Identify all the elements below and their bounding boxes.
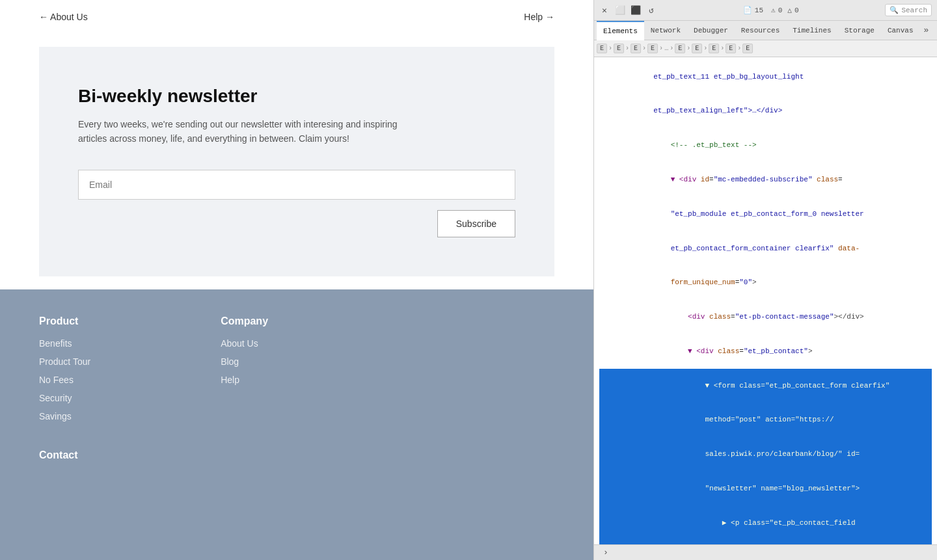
- element-breadcrumb: E › E › E › E › … › E › E › E › E: [594, 40, 937, 57]
- devtools-bottom-bar: ›: [594, 544, 937, 560]
- alert-count: 0: [778, 7, 783, 14]
- add-tab-button[interactable]: +: [932, 24, 937, 37]
- forward-link[interactable]: Help →: [524, 12, 554, 22]
- breadcrumb-item-7[interactable]: E ›: [709, 44, 724, 53]
- tile-button[interactable]: ⬜: [615, 5, 625, 16]
- html-line-7[interactable]: form_unique_num="0">: [599, 266, 932, 300]
- footer-link-benefits[interactable]: Benefits: [39, 338, 72, 349]
- site-footer: Product Benefits Product Tour No Fees Se…: [0, 289, 593, 560]
- page-icon: 📄: [743, 6, 752, 14]
- footer-link-help[interactable]: Help: [221, 375, 239, 385]
- search-label: Search: [901, 7, 927, 14]
- tab-resources[interactable]: Resources: [735, 21, 786, 40]
- tab-storage[interactable]: Storage: [838, 21, 881, 40]
- back-link[interactable]: ← About Us: [39, 12, 88, 22]
- html-line-12[interactable]: sales.piwik.pro/clearbank/blog/" id=: [599, 438, 932, 472]
- devtools-search-box[interactable]: 🔍 Search: [885, 4, 932, 16]
- breadcrumb-item-1[interactable]: E ›: [597, 44, 612, 53]
- footer-product-heading: Product: [39, 315, 90, 327]
- breadcrumb-item-2[interactable]: E ›: [614, 44, 629, 53]
- email-field[interactable]: [78, 170, 515, 200]
- website-panel: ← About Us Help → Bi-weekly newsletter E…: [0, 0, 593, 560]
- site-nav: ← About Us Help →: [0, 0, 593, 34]
- refresh-button[interactable]: ↺: [646, 5, 657, 16]
- html-line-5[interactable]: "et_pb_module et_pb_contact_form_0 newsl…: [599, 197, 932, 232]
- footer-product-col: Product Benefits Product Tour No Fees Se…: [39, 315, 90, 429]
- footer-link-security[interactable]: Security: [39, 393, 72, 403]
- html-line-4[interactable]: ▼ <div id="mc-embedded-subscribe" class=: [599, 163, 932, 197]
- devtools-tabs: Elements Network Debugger Resources Time…: [594, 21, 937, 40]
- html-line-10[interactable]: ▼ <form class="et_pb_contact_form clearf…: [599, 369, 932, 403]
- footer-link-blog[interactable]: Blog: [221, 356, 239, 367]
- newsletter-description: Every two weeks, we're sending out our n…: [78, 117, 416, 146]
- html-line-13[interactable]: "newsletter" name="blog_newsletter">: [599, 472, 932, 506]
- alert-icon: ⚠: [771, 6, 776, 14]
- html-line-6[interactable]: et_pb_contact_form_container clearfix" d…: [599, 232, 932, 266]
- tab-debugger[interactable]: Debugger: [687, 21, 735, 40]
- subscribe-row: Subscribe: [78, 210, 515, 237]
- footer-company-links: About Us Blog Help: [221, 338, 268, 386]
- breadcrumb-item-3[interactable]: E ›: [631, 44, 646, 53]
- close-button[interactable]: ✕: [599, 5, 610, 16]
- html-tree: et_pb_text_11 et_pb_bg_layout_light et_p…: [594, 60, 937, 544]
- warn-count: 0: [794, 7, 799, 14]
- breadcrumb-item-5[interactable]: E ›: [675, 44, 690, 53]
- warn-icon: △: [787, 6, 792, 14]
- split-button[interactable]: ⬛: [631, 5, 641, 16]
- tab-elements[interactable]: Elements: [597, 21, 644, 40]
- footer-link-savings[interactable]: Savings: [39, 411, 72, 421]
- html-line-8[interactable]: <div class="et-pb-contact-message"></div…: [599, 300, 932, 334]
- search-icon: 🔍: [889, 6, 899, 14]
- html-line-2[interactable]: et_pb_text_align_left">…</div>: [599, 94, 932, 129]
- tab-canvas[interactable]: Canvas: [881, 21, 920, 40]
- breadcrumb-ellipsis: …: [664, 45, 668, 52]
- breadcrumb-item-9[interactable]: E: [742, 44, 753, 53]
- footer-link-about-us[interactable]: About Us: [221, 338, 258, 349]
- subscribe-button[interactable]: Subscribe: [437, 210, 515, 237]
- page-number: 15: [755, 7, 763, 14]
- footer-columns: Product Benefits Product Tour No Fees Se…: [39, 315, 554, 429]
- breadcrumb-item-6[interactable]: E ›: [692, 44, 707, 53]
- footer-contact: Contact: [39, 449, 554, 461]
- tab-network[interactable]: Network: [644, 21, 687, 40]
- footer-company-col: Company About Us Blog Help: [221, 315, 268, 429]
- newsletter-title: Bi-weekly newsletter: [78, 86, 515, 107]
- footer-product-links: Benefits Product Tour No Fees Security S…: [39, 338, 90, 422]
- html-line-9[interactable]: ▼ <div class="et_pb_contact">: [599, 334, 932, 369]
- footer-link-product-tour[interactable]: Product Tour: [39, 356, 90, 367]
- devtools-titlebar: ✕ ⬜ ⬛ ↺ 📄 15 ⚠ 0 △ 0 🔍 Search: [594, 0, 937, 21]
- html-line-14[interactable]: ▶ <p class="et_pb_contact_field: [599, 506, 932, 540]
- page-count: 📄 15 ⚠ 0 △ 0: [743, 6, 799, 14]
- newsletter-section: Bi-weekly newsletter Every two weeks, we…: [39, 47, 554, 276]
- expand-button[interactable]: ›: [599, 546, 612, 559]
- html-content-area[interactable]: et_pb_text_11 et_pb_bg_layout_light et_p…: [594, 57, 937, 544]
- html-line-1[interactable]: et_pb_text_11 et_pb_bg_layout_light: [599, 60, 932, 94]
- footer-link-no-fees[interactable]: No Fees: [39, 375, 74, 385]
- html-line-3[interactable]: <!-- .et_pb_text -->: [599, 129, 932, 163]
- tab-overflow-button[interactable]: »: [920, 25, 933, 35]
- html-line-11[interactable]: method="post" action="https://: [599, 403, 932, 438]
- footer-company-heading: Company: [221, 315, 268, 327]
- breadcrumb-item-8[interactable]: E ›: [726, 44, 741, 53]
- tabs-actions: + ⚙: [932, 24, 937, 37]
- devtools-panel: ✕ ⬜ ⬛ ↺ 📄 15 ⚠ 0 △ 0 🔍 Search Elements N…: [593, 0, 937, 560]
- breadcrumb-item-4[interactable]: E ›: [647, 44, 663, 53]
- footer-contact-heading: Contact: [39, 449, 554, 461]
- tab-timelines[interactable]: Timelines: [786, 21, 837, 40]
